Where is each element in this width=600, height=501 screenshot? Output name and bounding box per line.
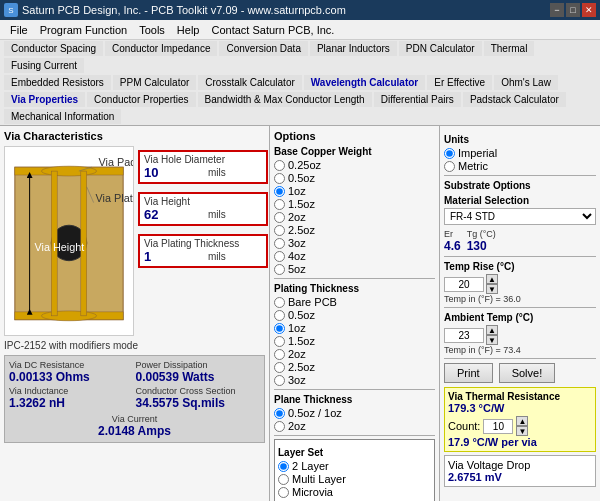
via-svg: Via Pad Via Plating Via Height [5,146,133,336]
copper-25oz[interactable]: 2.5oz [274,224,435,236]
copper-5oz[interactable]: 5oz [274,263,435,275]
toolbar-embedded-resistors[interactable]: Embedded Resistors [4,75,111,90]
toolbar-thermal[interactable]: Thermal [484,41,535,56]
maximize-button[interactable]: □ [566,3,580,17]
plating-thickness-group: Via Plating Thickness 1 mils [138,234,268,268]
layer-2[interactable]: 2 Layer [278,460,431,472]
menu-tools[interactable]: Tools [133,23,171,37]
ipc-label: IPC-2152 with modifiers mode [4,340,265,351]
temp-rise-f: Temp in (°F) = 36.0 [444,294,596,304]
toolbar-conductor-spacing[interactable]: Conductor Spacing [4,41,103,56]
toolbar-pdn-calculator[interactable]: PDN Calculator [399,41,482,56]
toolbar-planar-inductors[interactable]: Planar Inductors [310,41,397,56]
menu-program-function[interactable]: Program Function [34,23,133,37]
layer-multi[interactable]: Multi Layer [278,473,431,485]
window-controls[interactable]: − □ ✕ [550,3,596,17]
plane-group: 0.5oz / 1oz 2oz [274,407,435,432]
temp-rise-label: Temp Rise (°C) [444,261,596,272]
voltage-drop-box: Via Voltage Drop 2.6751 mV [444,455,596,487]
toolbar-wavelength-calculator[interactable]: Wavelength Calculator [304,75,425,90]
units-metric[interactable]: Metric [444,160,596,172]
plating-thickness-input[interactable]: 1 [144,249,204,264]
hole-diameter-input[interactable]: 10 [144,165,204,180]
toolbar-differential-pairs[interactable]: Differential Pairs [374,92,461,107]
print-button[interactable]: Print [444,363,493,383]
plane-2oz[interactable]: 2oz [274,420,435,432]
toolbar-conductor-properties[interactable]: Conductor Properties [87,92,196,107]
plating-25oz[interactable]: 2.5oz [274,361,435,373]
copper-1oz[interactable]: 1oz [274,185,435,197]
close-button[interactable]: ✕ [582,3,596,17]
plating-thickness-section-label: Plating Thickness [274,283,435,294]
toolbar-conversion-data[interactable]: Conversion Data [219,41,307,56]
right-divider-2 [444,256,596,257]
minimize-button[interactable]: − [550,3,564,17]
count-input[interactable]: 10 [483,419,513,434]
toolbar-bandwidth[interactable]: Bandwidth & Max Conductor Length [198,92,372,107]
menu-bar: File Program Function Tools Help Contact… [0,20,600,40]
options-title: Options [274,130,435,142]
ambient-temp-spinner: ▲ ▼ [486,325,498,345]
plane-05-1oz[interactable]: 0.5oz / 1oz [274,407,435,419]
count-up[interactable]: ▲ [516,416,528,426]
via-height-label: Via Height [144,196,262,207]
count-down[interactable]: ▼ [516,426,528,436]
copper-05oz[interactable]: 0.5oz [274,172,435,184]
cross-section-value: 34.5575 Sq.mils [136,396,261,410]
solve-button[interactable]: Solve! [499,363,556,383]
ambient-temp-up[interactable]: ▲ [486,325,498,335]
plating-bare[interactable]: Bare PCB [274,296,435,308]
plating-05oz[interactable]: 0.5oz [274,309,435,321]
plating-3oz[interactable]: 3oz [274,374,435,386]
thermal-resistance-box: Via Thermal Resistance 179.3 °C/W Count:… [444,387,596,452]
copper-3oz[interactable]: 3oz [274,237,435,249]
temp-rise-input[interactable]: 20 [444,277,484,292]
toolbar-crosstalk-calculator[interactable]: Crosstalk Calculator [198,75,301,90]
via-height-input[interactable]: 62 [144,207,204,222]
plating-15oz[interactable]: 1.5oz [274,335,435,347]
title-bar: S Saturn PCB Design, Inc. - PCB Toolkit … [0,0,600,20]
tg-label: Tg (°C) [467,229,496,239]
copper-025oz[interactable]: 0.25oz [274,159,435,171]
temp-rise-down[interactable]: ▼ [486,284,498,294]
menu-help[interactable]: Help [171,23,206,37]
material-select[interactable]: FR-4 STD [444,208,596,225]
input-fields: Via Hole Diameter 10 mils Via Height 62 … [138,146,268,336]
options-panel: Options Base Copper Weight 0.25oz 0.5oz … [270,126,440,501]
results-section: Via DC Resistance 0.00133 Ohms Power Dis… [4,355,265,443]
units-group: Imperial Metric [444,147,596,172]
layer-set-label: Layer Set [278,447,431,458]
toolbar-er-effective[interactable]: Er Effective [427,75,492,90]
cross-section-label: Conductor Cross Section [136,386,261,396]
menu-file[interactable]: File [4,23,34,37]
copper-2oz[interactable]: 2oz [274,211,435,223]
units-imperial[interactable]: Imperial [444,147,596,159]
svg-text:Via Plating: Via Plating [96,192,133,204]
copper-15oz[interactable]: 1.5oz [274,198,435,210]
copper-4oz[interactable]: 4oz [274,250,435,262]
ambient-temp-input[interactable]: 23 [444,328,484,343]
svg-text:Via Pad: Via Pad [99,156,133,168]
toolbar-padstack-calculator[interactable]: Padstack Calculator [463,92,566,107]
material-selection-label: Material Selection [444,195,596,206]
toolbar-via-properties[interactable]: Via Properties [4,92,85,107]
toolbar-mechanical-information[interactable]: Mechanical Information [4,109,121,124]
toolbar-ohms-law[interactable]: Ohm's Law [494,75,558,90]
plating-1oz[interactable]: 1oz [274,322,435,334]
toolbar-ppm-calculator[interactable]: PPM Calculator [113,75,196,90]
toolbar-conductor-impedance[interactable]: Conductor Impedance [105,41,217,56]
toolbar-fusing-current[interactable]: Fusing Current [4,58,84,73]
menu-contact[interactable]: Contact Saturn PCB, Inc. [205,23,340,37]
action-buttons: Print Solve! [444,363,596,383]
divider-3 [274,435,435,436]
count-label: Count: [448,420,480,432]
svg-point-5 [41,311,96,321]
dc-resistance-label: Via DC Resistance [9,360,134,370]
ambient-temp-down[interactable]: ▼ [486,335,498,345]
plating-2oz[interactable]: 2oz [274,348,435,360]
temp-rise-up[interactable]: ▲ [486,274,498,284]
temp-rise-input-row: 20 ▲ ▼ [444,274,596,294]
tg-group: Tg (°C) 130 [467,229,496,253]
hole-diameter-unit: mils [208,167,226,178]
layer-microvia[interactable]: Microvia [278,486,431,498]
